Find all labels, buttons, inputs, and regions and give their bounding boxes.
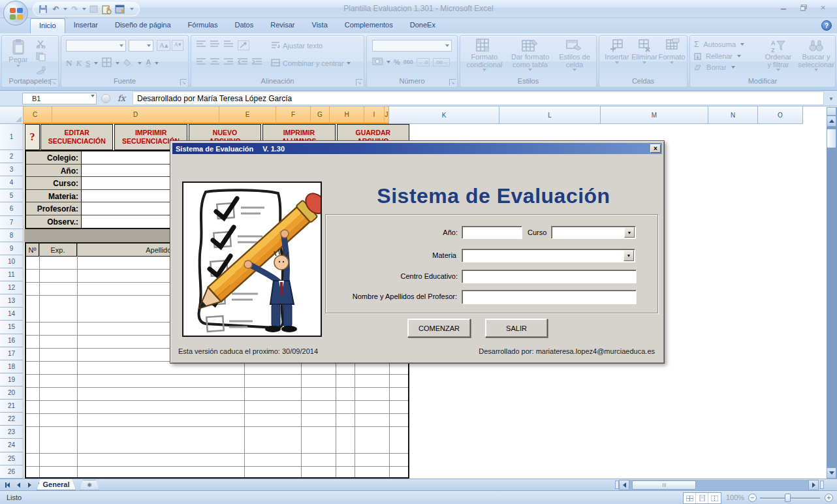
dialog-close-button[interactable]: × (650, 144, 661, 153)
horizontal-scroll-thumb[interactable] (632, 480, 696, 490)
help-cell-button[interactable]: ? (25, 124, 40, 150)
first-sheet-icon[interactable] (2, 480, 12, 490)
row-header[interactable]: 4 (0, 176, 24, 189)
row-header[interactable]: 12 (0, 281, 24, 294)
dialog-launcher-icon[interactable]: ↘ (449, 79, 456, 86)
underline-button[interactable]: S (86, 58, 90, 69)
materia-combo[interactable]: ▼ (462, 249, 635, 262)
row-header[interactable]: 8 (0, 229, 24, 242)
next-sheet-icon[interactable] (24, 480, 35, 490)
row-header[interactable]: 25 (0, 452, 24, 465)
bold-button[interactable]: N (66, 58, 72, 69)
accounting-format-icon[interactable] (372, 57, 383, 67)
number-format-combo[interactable] (372, 40, 452, 52)
ribbon-tab[interactable]: Datos (226, 18, 262, 33)
ribbon-tab[interactable]: Fórmulas (180, 18, 227, 33)
scroll-down-button[interactable] (827, 467, 836, 479)
scroll-right-button[interactable] (808, 480, 819, 490)
sheet-tab-general[interactable]: General (37, 479, 76, 490)
shrink-font-icon[interactable]: A▾ (172, 40, 183, 51)
row-header[interactable]: 26 (0, 465, 24, 479)
close-button[interactable]: × (814, 3, 832, 12)
ano-input[interactable] (462, 226, 522, 239)
ribbon-tab[interactable]: Vista (304, 18, 336, 33)
decrease-decimal-icon[interactable]: .00→ (433, 58, 449, 67)
ribbon-tab[interactable]: Diseño de página (106, 18, 180, 33)
row-header[interactable]: 13 (0, 294, 24, 307)
print-preview-icon[interactable] (88, 4, 99, 15)
ribbon-tab[interactable]: Complementos (336, 18, 402, 33)
scroll-left-button[interactable] (619, 480, 629, 490)
office-button[interactable] (3, 1, 28, 25)
row-header[interactable]: 9 (0, 242, 24, 255)
row-header[interactable]: 24 (0, 439, 24, 452)
cut-icon[interactable] (36, 40, 46, 50)
decrease-indent-icon[interactable] (238, 58, 247, 67)
column-header[interactable]: G (311, 106, 330, 124)
column-header[interactable]: E (219, 106, 276, 124)
row-header[interactable]: 17 (0, 347, 24, 360)
prev-sheet-icon[interactable] (13, 480, 24, 490)
insert-worksheet-icon[interactable]: ✱ (80, 480, 99, 490)
column-header[interactable]: N (708, 106, 758, 124)
dialog-launcher-icon[interactable]: ↘ (356, 79, 362, 86)
comenzar-button[interactable]: COMENZAR (407, 319, 471, 338)
underline-dropdown-icon[interactable] (94, 62, 98, 65)
page-break-view-icon[interactable] (708, 493, 721, 503)
vertical-split-handle[interactable] (827, 107, 836, 116)
vertical-scrollbar[interactable] (827, 107, 837, 479)
select-all-corner[interactable] (0, 106, 24, 124)
customize-qat-icon[interactable] (130, 8, 134, 10)
format-painter-icon[interactable] (36, 65, 46, 76)
italic-button[interactable]: K (76, 58, 82, 69)
name-box[interactable]: B1 (22, 93, 97, 104)
column-header[interactable]: H (330, 106, 364, 124)
autosum-button[interactable]: Σ Autosuma (694, 40, 744, 49)
font-color-icon[interactable]: A (146, 59, 151, 67)
row-header[interactable]: 2 (0, 150, 24, 163)
zoom-level[interactable]: 100% (726, 494, 744, 501)
column-header[interactable]: D (52, 106, 219, 124)
column-header[interactable]: L (499, 106, 601, 124)
expand-formula-bar-icon[interactable]: ▼ (829, 96, 834, 102)
row-header[interactable]: 11 (0, 268, 24, 281)
undo-dropdown-icon[interactable] (63, 8, 67, 10)
borders-dropdown-icon[interactable] (116, 62, 119, 65)
cell-styles-button[interactable]: Estilos decelda (554, 39, 595, 71)
column-header[interactable]: K (389, 106, 499, 124)
fill-color-icon[interactable] (123, 58, 134, 69)
row-header[interactable]: 22 (0, 413, 24, 426)
insert-cells-button[interactable]: Insertar (603, 39, 631, 64)
doneex-form-icon[interactable] (114, 4, 125, 15)
column-header[interactable]: J (385, 106, 389, 124)
percent-style-button[interactable]: % (394, 58, 400, 66)
row-header[interactable]: 23 (0, 426, 24, 439)
page-layout-view-icon[interactable] (696, 493, 708, 503)
increase-decimal-icon[interactable]: ←.0 (417, 58, 430, 67)
normal-view-icon[interactable] (684, 493, 696, 503)
undo-icon[interactable]: ↶ (50, 4, 61, 15)
format-cells-button[interactable]: Formato (658, 39, 686, 64)
accounting-dropdown-icon[interactable] (387, 61, 390, 63)
dialog-launcher-icon[interactable]: ↘ (180, 79, 187, 86)
help-icon[interactable]: ? (821, 20, 832, 31)
profesor-input[interactable] (462, 290, 637, 304)
delete-cells-button[interactable]: Eliminar (631, 39, 658, 64)
sheet-macro-button[interactable]: EDITAR SECUENCIACIÓN (40, 124, 113, 150)
row-header[interactable]: 14 (0, 307, 24, 321)
row-header[interactable]: 18 (0, 360, 24, 373)
row-header[interactable]: 7 (0, 216, 24, 229)
find-select-button[interactable]: Buscar yseleccionar (797, 39, 835, 71)
copy-icon[interactable] (36, 52, 46, 63)
comma-style-button[interactable]: 000 (403, 59, 413, 65)
font-size-combo[interactable] (129, 40, 153, 52)
scroll-up-button[interactable] (827, 116, 836, 127)
column-header[interactable]: F (276, 106, 311, 124)
column-header[interactable]: O (758, 106, 803, 124)
row-header[interactable]: 16 (0, 334, 24, 347)
ribbon-tab[interactable]: Insertar (65, 18, 106, 33)
centro-input[interactable] (462, 270, 637, 283)
format-as-table-button[interactable]: Dar formatocomo tabla (507, 39, 553, 71)
align-top-icon[interactable] (197, 40, 206, 50)
align-center-icon[interactable] (210, 58, 219, 67)
